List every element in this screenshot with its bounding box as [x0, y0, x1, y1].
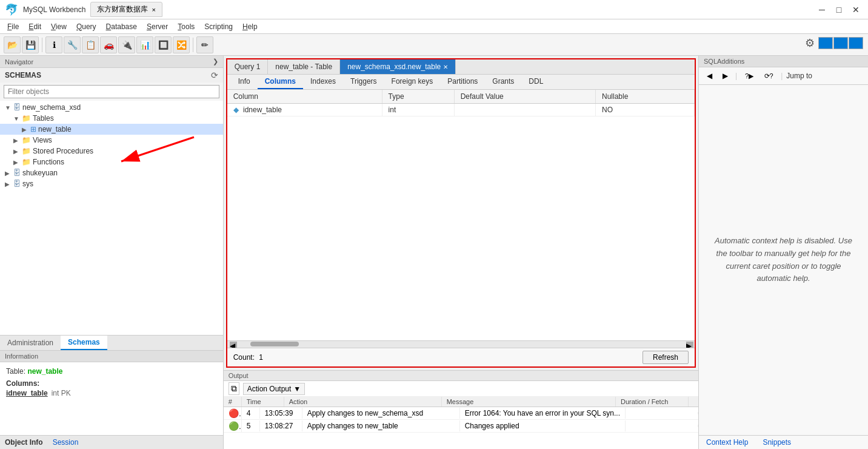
snippets-tab[interactable]: Snippets — [755, 436, 798, 449]
window-controls: ─ □ ✕ — [815, 4, 863, 16]
scroll-thumb[interactable] — [250, 342, 299, 346]
scroll-left-arrow[interactable]: ◀ — [230, 342, 237, 348]
toolbar-schema[interactable]: 📊 — [136, 36, 153, 53]
col-header-num: # — [224, 397, 242, 407]
admin-schema-tabs: Administration Schemas — [0, 336, 223, 351]
tree-item-tables[interactable]: ▼ 📁 Tables — [0, 113, 223, 124]
count-value: 1 — [259, 353, 263, 362]
query-tab-1[interactable]: Query 1 — [227, 59, 269, 74]
tree-item-views[interactable]: ▶ 📁 Views — [0, 135, 223, 146]
db-icon: 🗄 — [13, 103, 21, 112]
col-header-duration: Duration / Fetch — [616, 397, 689, 407]
scroll-track[interactable] — [238, 342, 685, 348]
sub-tab-grants[interactable]: Grants — [485, 75, 521, 89]
toolbar-mgmt[interactable]: 🚗 — [100, 36, 117, 53]
sql-help-area: Automatic context help is disabled. Use … — [699, 85, 868, 435]
gear-icon[interactable]: ⚙ — [805, 36, 815, 50]
menu-server[interactable]: Server — [142, 21, 173, 32]
refresh-button[interactable]: Refresh — [643, 351, 689, 364]
menu-edit[interactable]: Edit — [24, 21, 46, 32]
row-action-5: Apply changes to new_table — [302, 420, 460, 431]
layout-btn-2[interactable] — [833, 37, 848, 49]
minimize-button[interactable]: ─ — [815, 4, 829, 16]
scroll-right-arrow[interactable]: ▶ — [686, 342, 693, 348]
sub-tab-ddl[interactable]: DDL — [521, 75, 550, 89]
schemas-tab[interactable]: Schemas — [61, 336, 107, 350]
sub-tab-foreign-keys[interactable]: Foreign keys — [384, 75, 441, 89]
navigator-expand-icon[interactable]: ❯ — [213, 58, 218, 66]
tree-item-sys[interactable]: ▶ 🗄 sys — [0, 178, 223, 189]
sql-manual-help[interactable]: ?▶ — [741, 70, 758, 82]
close-button[interactable]: ✕ — [849, 4, 863, 16]
ok-icon: 🟢 — [229, 421, 242, 431]
toolbar-save[interactable]: 💾 — [22, 36, 39, 53]
output-copy-icon[interactable]: ⧉ — [229, 382, 239, 395]
object-info-tab[interactable]: Object Info — [5, 438, 43, 447]
sub-tab-columns[interactable]: Columns — [258, 75, 303, 89]
tree-item-new-table[interactable]: ▶ ⊞ new_table — [0, 124, 223, 135]
menu-database[interactable]: Database — [101, 21, 142, 32]
layout-btn-3[interactable] — [849, 37, 863, 49]
table-row[interactable]: ◆ idnew_table int NO — [227, 104, 695, 116]
toolbar-info[interactable]: ℹ — [45, 36, 62, 53]
tree-item-functions[interactable]: ▶ 📁 Functions — [0, 157, 223, 167]
filter-input[interactable] — [4, 85, 219, 98]
toolbar-layout[interactable]: 🔲 — [155, 36, 172, 53]
menu-help[interactable]: Help — [238, 21, 262, 32]
row-nullable: NO — [596, 104, 695, 116]
sql-auto-help[interactable]: ⟳? — [760, 70, 777, 82]
toolbar-copy[interactable]: 📋 — [82, 36, 99, 53]
tree-item-shukeyuan[interactable]: ▶ 🗄 shukeyuan — [0, 167, 223, 178]
sql-help-text: Automatic context help is disabled. Use … — [699, 225, 868, 295]
sub-tab-partitions[interactable]: Partitions — [440, 75, 485, 89]
folder-icon-tables: 📁 — [22, 114, 31, 123]
tree-item-stored-procs[interactable]: ▶ 📁 Stored Procedures — [0, 146, 223, 157]
row-num-5: 🟢 — [224, 420, 242, 432]
db-tab[interactable]: 东方财富数据库 × — [90, 2, 162, 17]
query-tab-3-close[interactable]: ✕ — [443, 64, 448, 70]
sql-nav-back[interactable]: ◀ — [703, 70, 716, 82]
toolbar-edit[interactable]: ✏ — [196, 36, 213, 53]
output-row-ok[interactable]: 🟢 5 13:08:27 Apply changes to new_table … — [224, 420, 698, 433]
toolbar-connect[interactable]: 🔌 — [118, 36, 135, 53]
session-tab[interactable]: Session — [53, 438, 79, 447]
action-output-label: Action Output — [247, 385, 292, 393]
sql-additions-toolbar: ◀ ▶ | ?▶ ⟳? | Jump to — [699, 67, 868, 85]
query-tab-2[interactable]: new_table - Table — [268, 59, 340, 74]
info-panel: Table: new_table Columns: idnew_table in… — [0, 362, 223, 435]
toolbar-run[interactable]: 🔀 — [173, 36, 190, 53]
sub-tab-triggers[interactable]: Triggers — [343, 75, 384, 89]
schemas-title: SCHEMAS — [5, 71, 41, 79]
menu-file[interactable]: File — [2, 21, 24, 32]
action-output-dropdown[interactable]: Action Output ▼ — [243, 383, 305, 395]
sql-additions-header: SQLAdditions — [699, 56, 868, 67]
navigator-header: Navigator ❯ — [0, 56, 223, 68]
sub-tab-info[interactable]: Info — [231, 75, 258, 89]
maximize-button[interactable]: □ — [832, 4, 846, 16]
context-help-tab[interactable]: Context Help — [699, 436, 755, 449]
sub-tab-indexes[interactable]: Indexes — [303, 75, 343, 89]
sql-nav-forward[interactable]: ▶ — [718, 70, 732, 82]
left-bottom-area: Administration Schemas Information Table… — [0, 335, 223, 449]
tree-arrow-views: ▶ — [13, 137, 22, 144]
layout-btn-1[interactable] — [818, 37, 833, 49]
output-rows: 🔴 4 13:05:39 Apply changes to new_schema… — [224, 407, 698, 449]
object-info-bar: Object Info Session — [0, 435, 223, 449]
menu-view[interactable]: View — [46, 21, 72, 32]
tree-arrow-tables: ▼ — [13, 115, 22, 122]
administration-tab[interactable]: Administration — [0, 336, 61, 350]
db-tab-close[interactable]: × — [152, 6, 155, 13]
query-tab-3[interactable]: new_schema_xsd.new_table ✕ — [340, 59, 456, 74]
menu-scripting[interactable]: Scripting — [199, 21, 238, 32]
schema-refresh-icon[interactable]: ⟳ — [211, 70, 218, 80]
menu-tools[interactable]: Tools — [173, 21, 199, 32]
toolbar-open[interactable]: 📂 — [4, 36, 21, 53]
output-row-error[interactable]: 🔴 4 13:05:39 Apply changes to new_schema… — [224, 407, 698, 420]
menu-query[interactable]: Query — [72, 21, 101, 32]
tree-item-new-schema-xsd[interactable]: ▼ 🗄 new_schema_xsd — [0, 102, 223, 113]
horizontal-scrollbar[interactable]: ◀ ▶ — [227, 340, 695, 348]
sql-sep-2: | — [781, 72, 783, 80]
table-info-label: Table: new_table — [6, 367, 217, 376]
toolbar-config[interactable]: 🔧 — [64, 36, 81, 53]
output-header: Output — [224, 371, 698, 381]
